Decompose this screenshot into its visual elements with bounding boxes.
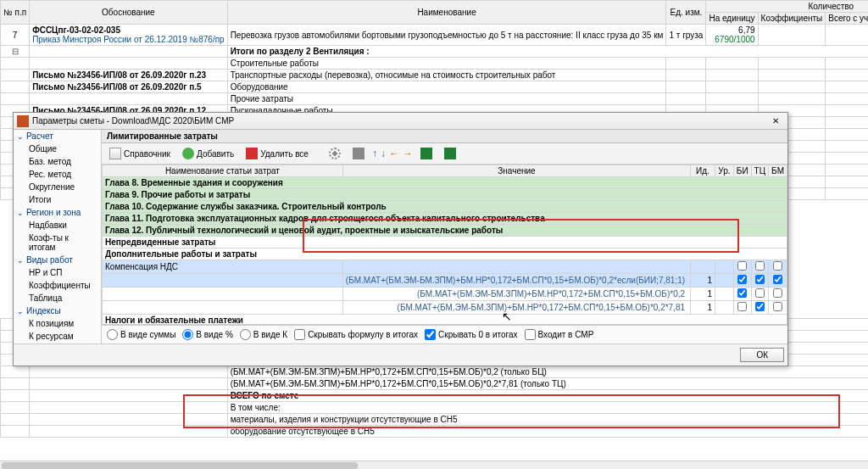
col-name: Наименование [227,1,666,25]
table-row[interactable]: оборудование отсутствующее в СН5 [1,426,869,438]
col-stat-name: Наименование статьи затрат [103,165,343,177]
flag-checkbox[interactable] [755,275,765,284]
chevron-down-icon: ⌄ [17,132,24,141]
col-osn: Обоснование [30,1,228,25]
flag-checkbox[interactable] [737,302,747,311]
move-left-button[interactable]: ← [389,148,399,159]
ok-button[interactable]: ОК [740,348,784,362]
add-button[interactable]: Добавить [178,145,238,162]
chevron-down-icon: ⌄ [17,209,24,217]
chk-hide-zero[interactable]: Скрывать 0 в итогах [425,329,518,340]
table-row[interactable]: (БМ.МАТ+(БМ.ЭМ-БМ.ЗПМ)+БМ.НР*0,172+БМ.СП… [103,301,787,315]
sidebar-group[interactable]: ⌄Регион и зона [14,206,101,219]
print-button[interactable] [348,145,369,162]
sidebar-item[interactable]: Коэф-ты к итогам [14,232,101,254]
excel-icon [420,148,432,159]
app-icon [17,115,29,127]
flag-checkbox[interactable] [773,302,782,311]
table-row[interactable]: Компенсация НДС [103,260,787,274]
sidebar-item[interactable]: Рес. метод [14,168,101,181]
col-id: Ид. [691,165,715,177]
horizontal-scrollbar[interactable] [0,461,868,469]
col-bi: БИ [733,165,751,177]
close-icon[interactable]: ✕ [767,116,784,126]
gear-icon [329,148,341,159]
flag-checkbox[interactable] [773,288,782,298]
table-row[interactable]: (БМ.МАТ+(БМ.ЭМ-БМ.ЗПМ)+БМ.НР*0,172+БМ.СП… [1,378,869,390]
table-row[interactable]: Прочие затраты495,292 486,00 [1,93,869,105]
opt-coef[interactable]: В виде К [240,329,287,340]
opt-sum[interactable]: В виде суммы [107,329,175,340]
col-tc: ТЦ [751,165,769,177]
table-row[interactable]: (БМ.МАТ+(БМ.ЭМ-БМ.ЗПМ)+БМ.НР*0,172+БМ.СП… [1,366,869,378]
col-value: Значение [342,165,690,177]
plus-icon [182,148,194,159]
sidebar-group[interactable]: ⌄Индексы [14,304,101,317]
col-lvl: Ур. [715,165,733,177]
table-row[interactable]: Дополнительные работы и затраты [103,248,787,260]
sidebar-group[interactable]: ⌄Виды работ [14,254,101,266]
table-row[interactable]: материалы, изделия и конструкции отсутст… [1,414,869,426]
scrollbar-thumb[interactable] [2,462,358,469]
delete-all-button[interactable]: Удалить все [242,145,313,162]
move-up-button[interactable]: ↑ [372,148,377,159]
flag-checkbox[interactable] [755,288,765,298]
sidebar-item[interactable]: К ресурсам [14,330,101,343]
sidebar-item[interactable]: Надбавки [14,219,101,232]
table-row[interactable]: Строительные работы297,004 773,00 [1,58,869,70]
table-row[interactable]: Письмо №23456-ИП/08 от 26.09.2020г п.23Т… [1,70,869,81]
dialog-titlebar[interactable]: Параметры сметы - Download\МДС 2020\БИМ … [14,113,787,130]
chevron-down-icon: ⌄ [17,307,24,315]
move-right-button[interactable]: → [403,148,413,159]
flag-checkbox[interactable] [737,275,747,284]
table-row[interactable]: ВСЕГО по смете209 809,58794 322,00 [1,390,869,402]
table-row[interactable]: Глава 11. Подготовка эксплуатационных ка… [103,213,787,225]
chk-hide-formula[interactable]: Скрывать формулу в итогах [294,329,418,340]
export-button[interactable] [416,145,437,162]
import-button[interactable] [440,145,460,162]
chk-in-smr[interactable]: Входит в СМР [525,329,594,340]
section-header: Лимитированные затраты [102,130,787,143]
sidebar-item[interactable]: Округление [14,181,101,193]
delete-icon [246,148,258,159]
flag-checkbox[interactable] [737,288,747,298]
sidebar-item[interactable]: Таблица [14,292,101,304]
sidebar-item[interactable]: Итоги [14,193,101,206]
table-row[interactable]: Глава 9. Прочие работы и затраты [103,189,787,201]
opt-percent[interactable]: В виде % [182,329,232,340]
table-row[interactable]: (БМ.МАТ+(БМ.ЭМ-БМ.ЗПМ)+БМ.НР*0,172+БМ.СП… [103,274,787,288]
flag-checkbox[interactable] [773,275,782,284]
table-row[interactable]: Письмо №23456-ИП/08 от 26.09.2020г п.5Об… [1,81,869,93]
sidebar-group[interactable]: ⌄Расчет [14,130,101,142]
move-down-button[interactable]: ↓ [381,148,386,159]
col-ed: Ед. изм. [666,1,706,25]
sidebar-item[interactable]: Общие [14,142,101,155]
table-row[interactable]: (БМ.МАТ+(БМ.ЭМ-БМ.ЗПМ)+БМ.НР*0,172+БМ.СП… [103,288,787,301]
settings-button[interactable] [325,145,345,162]
params-dialog: Параметры сметы - Download\МДС 2020\БИМ … [13,112,788,366]
toolbar: Справочник Добавить Удалить все ↑ ↓ ← → [102,143,787,165]
table-row[interactable]: Глава 8. Временные здания и сооружения [103,177,787,189]
table-row[interactable]: Глава 12. Публичный технологический и це… [103,225,787,237]
sidebar-item[interactable]: Баз. метод [14,155,101,168]
sidebar-item[interactable]: НР и СП [14,266,101,279]
table-row[interactable]: Глава 10. Содержание службы заказчика. С… [103,201,787,213]
excel-icon [444,148,456,159]
flag-checkbox[interactable] [737,261,747,271]
limited-costs-grid[interactable]: Наименование статьи затрат Значение Ид. … [102,165,787,325]
col-bm: БМ [769,165,787,177]
col-num: № п.п [1,1,30,25]
sidebar-item[interactable]: Коэффициенты [14,279,101,292]
sidebar-item[interactable]: К позициям [14,317,101,330]
flag-checkbox[interactable] [773,261,782,271]
table-row[interactable]: Непредвиденные затраты [103,237,787,248]
dict-button[interactable]: Справочник [105,145,175,162]
table-row[interactable]: Налоги и обязательные платежи [103,315,787,326]
table-row[interactable]: ⊟Итоги по разделу 2 Вентиляция : [1,46,869,58]
table-row[interactable]: В том числе: [1,402,869,414]
flag-checkbox[interactable] [755,261,765,271]
printer-icon [353,148,364,159]
table-row[interactable]: 7ФССЦпг-03-02-02-035Приказ Минстроя Росс… [1,25,869,46]
flag-checkbox[interactable] [755,302,765,311]
dialog-title: Параметры сметы - Download\МДС 2020\БИМ … [32,116,767,126]
